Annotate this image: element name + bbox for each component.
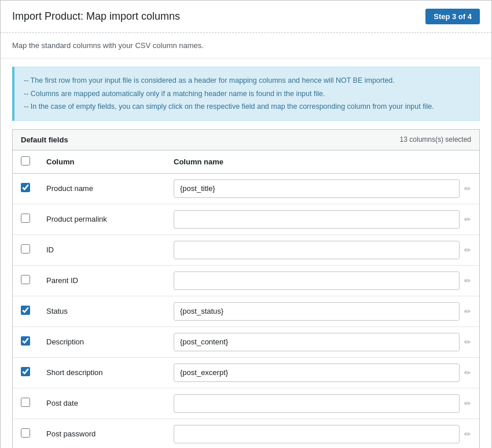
table-row: ID✏ — [13, 234, 479, 265]
select-all-checkbox[interactable] — [21, 156, 30, 166]
row-checkbox-cell — [13, 296, 38, 326]
input-id[interactable] — [174, 241, 460, 259]
checkbox-description[interactable] — [21, 336, 30, 346]
input-product-name[interactable] — [174, 179, 460, 198]
row-column-label: Description — [38, 326, 166, 357]
checkbox-parent-id[interactable] — [21, 275, 30, 284]
input-parent-id[interactable] — [174, 271, 460, 290]
mapping-table-section: Default fields 13 columns(s) selected Co… — [12, 129, 480, 449]
checkbox-product-permalink[interactable] — [21, 214, 30, 223]
row-column-name-cell: ✏ — [166, 234, 479, 265]
table-row: Product permalink✏ — [13, 204, 479, 234]
info-line-2: -- Columns are mapped automatically only… — [24, 87, 470, 101]
page-header: Import Product: Map import columns Step … — [1, 1, 491, 33]
section-title: Default fields — [21, 135, 68, 144]
checkbox-post-date[interactable] — [21, 398, 30, 407]
row-column-name-cell: ✏ — [166, 296, 479, 326]
row-column-label: Product permalink — [38, 204, 166, 234]
checkbox-status[interactable] — [21, 306, 30, 315]
row-checkbox-cell — [13, 326, 38, 357]
edit-icon-status[interactable]: ✏ — [464, 307, 471, 316]
row-column-name-cell: ✏ — [166, 173, 479, 204]
input-status[interactable] — [174, 302, 460, 321]
mapping-table: Column Column name Product name✏Product … — [13, 150, 479, 449]
input-post-password[interactable] — [174, 425, 460, 443]
row-column-label: Post password — [38, 418, 166, 448]
step-badge: Step 3 of 4 — [425, 9, 480, 24]
row-checkbox-cell — [13, 173, 38, 204]
edit-icon-post-password[interactable]: ✏ — [464, 429, 471, 439]
row-column-name-cell: ✏ — [166, 326, 479, 357]
row-column-label: Post date — [38, 388, 166, 418]
input-description[interactable] — [174, 333, 460, 351]
input-short-description[interactable] — [174, 363, 460, 382]
input-product-permalink[interactable] — [174, 210, 460, 229]
checkbox-header — [13, 150, 38, 174]
description-bar: Map the standard columns with your CSV c… — [1, 33, 491, 58]
row-column-name-cell: ✏ — [166, 265, 479, 296]
row-column-label: Parent ID — [38, 265, 166, 296]
edit-icon-description[interactable]: ✏ — [464, 337, 471, 347]
description-text: Map the standard columns with your CSV c… — [12, 41, 204, 50]
table-row: Status✏ — [13, 296, 479, 326]
info-line-1: -- The first row from your input file is… — [24, 74, 470, 87]
edit-icon-short-description[interactable]: ✏ — [464, 368, 471, 377]
checkbox-product-name[interactable] — [21, 183, 30, 192]
table-row: Short description✏ — [13, 357, 479, 388]
table-row: Post date✏ — [13, 388, 479, 418]
row-column-label: Product name — [38, 173, 166, 204]
columns-selected: 13 columns(s) selected — [400, 135, 471, 144]
row-column-name-cell: ✏ — [166, 418, 479, 448]
row-column-name-cell: ✏ — [166, 204, 479, 234]
row-checkbox-cell — [13, 234, 38, 265]
column-name-header: Column name — [166, 150, 479, 174]
row-column-label: Short description — [38, 357, 166, 388]
input-post-date[interactable] — [174, 394, 460, 413]
column-header: Column — [38, 150, 166, 174]
edit-icon-product-name[interactable]: ✏ — [464, 184, 471, 193]
table-row: Description✏ — [13, 326, 479, 357]
edit-icon-post-date[interactable]: ✏ — [464, 399, 471, 408]
table-header-row: Column Column name — [13, 150, 479, 174]
row-checkbox-cell — [13, 357, 38, 388]
row-column-label: ID — [38, 234, 166, 265]
table-header-bar: Default fields 13 columns(s) selected — [13, 130, 479, 150]
row-checkbox-cell — [13, 418, 38, 448]
info-line-3: -- In the case of empty fields, you can … — [24, 100, 470, 113]
checkbox-id[interactable] — [21, 244, 30, 254]
edit-icon-id[interactable]: ✏ — [464, 245, 471, 255]
info-box: -- The first row from your input file is… — [12, 67, 480, 121]
row-column-name-cell: ✏ — [166, 388, 479, 418]
page-title: Import Product: Map import columns — [12, 10, 180, 23]
checkbox-short-description[interactable] — [21, 367, 30, 376]
table-row: Product name✏ — [13, 173, 479, 204]
edit-icon-parent-id[interactable]: ✏ — [464, 276, 471, 285]
row-checkbox-cell — [13, 204, 38, 234]
table-row: Parent ID✏ — [13, 265, 479, 296]
checkbox-post-password[interactable] — [21, 428, 30, 438]
edit-icon-product-permalink[interactable]: ✏ — [464, 215, 471, 224]
row-column-name-cell: ✏ — [166, 357, 479, 388]
row-checkbox-cell — [13, 265, 38, 296]
page-wrapper: Import Product: Map import columns Step … — [0, 0, 492, 448]
table-row: Post password✏ — [13, 418, 479, 448]
row-checkbox-cell — [13, 388, 38, 418]
row-column-label: Status — [38, 296, 166, 326]
